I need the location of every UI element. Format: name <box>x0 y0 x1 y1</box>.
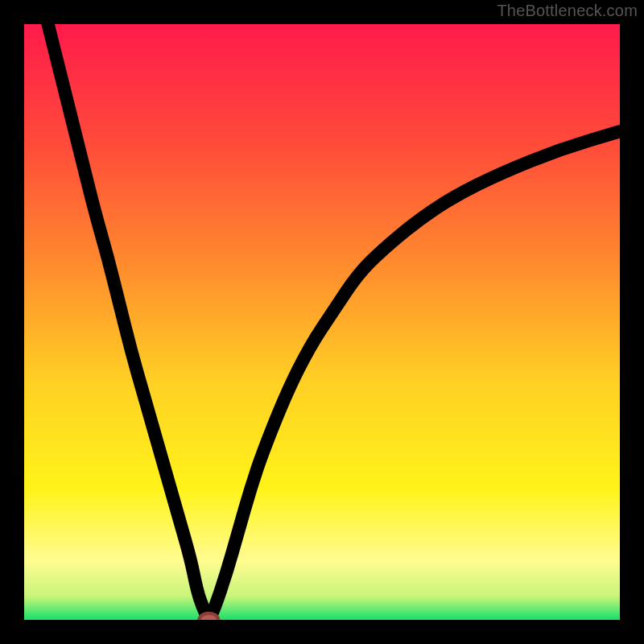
plot-area <box>24 24 620 620</box>
optimal-point-marker <box>200 613 219 620</box>
watermark-text: TheBottleneck.com <box>497 2 638 20</box>
chart-frame: TheBottleneck.com <box>0 0 644 644</box>
plot-svg <box>24 24 620 620</box>
